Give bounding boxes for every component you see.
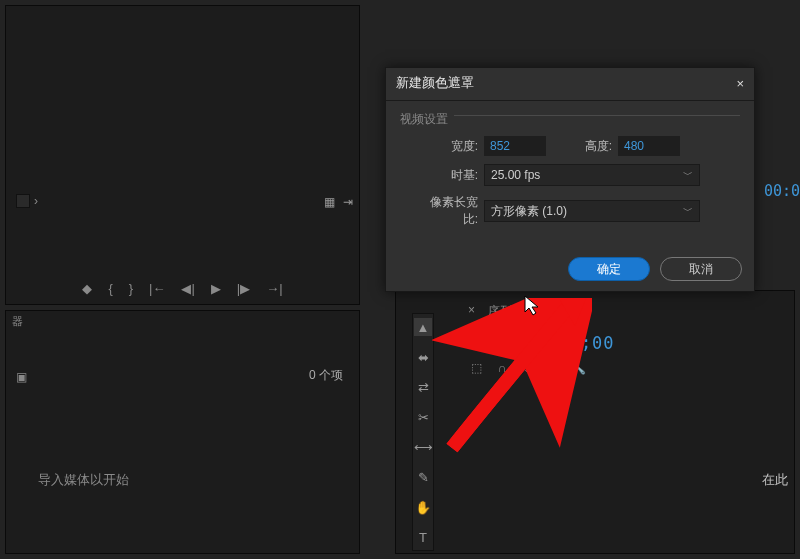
bin-icon[interactable]: ▣ <box>16 370 27 384</box>
project-subheader: ▣ <box>6 367 359 387</box>
in-point-icon[interactable]: { <box>108 281 112 296</box>
chevron-right-icon: › <box>34 194 38 208</box>
dialog-buttons: 确定 取消 <box>568 257 742 281</box>
project-title: 器 <box>12 314 23 329</box>
pen-tool-icon[interactable]: ✎ <box>414 468 432 486</box>
timeline-timecode[interactable]: 00;00;00;00 <box>491 333 615 353</box>
dialog-titlebar: 新建颜色遮罩 × <box>386 68 754 101</box>
video-settings-label: 视频设置 <box>400 111 754 128</box>
sequence-title: 序列 <box>488 303 512 320</box>
step-icon[interactable]: ⇥ <box>343 195 353 209</box>
play-icon[interactable]: ▶ <box>211 281 221 296</box>
timeline-mini-controls: ⬚ ∩ ⟐ ◆ 🔧 <box>471 361 586 375</box>
grid-icon[interactable]: ▦ <box>324 195 335 209</box>
settings-icon[interactable]: 🔧 <box>571 361 586 375</box>
close-sequence-icon[interactable]: × <box>468 303 475 317</box>
marker2-icon[interactable]: ◆ <box>546 361 555 375</box>
width-input[interactable] <box>484 136 546 156</box>
hand-tool-icon[interactable]: ✋ <box>414 498 432 516</box>
par-value: 方形像素 (1.0) <box>491 203 567 220</box>
track-select-tool-icon[interactable]: ⬌ <box>414 348 432 366</box>
snap-icon[interactable]: ⬚ <box>471 361 482 375</box>
fieldset-divider <box>454 115 740 116</box>
height-input[interactable] <box>618 136 680 156</box>
selection-tool-icon[interactable]: ▲ <box>414 318 432 336</box>
tool-column: ▲ ⬌ ⇄ ✂ ⟷ ✎ ✋ T <box>412 313 434 551</box>
timebase-select[interactable]: 25.00 fps ﹀ <box>484 164 700 186</box>
source-monitor-panel: › ▦ ⇥ ◆ { } |← ◀| ▶ |▶ →| <box>5 5 360 305</box>
ripple-edit-tool-icon[interactable]: ⇄ <box>414 378 432 396</box>
ok-button[interactable]: 确定 <box>568 257 650 281</box>
razor-tool-icon[interactable]: ✂ <box>414 408 432 426</box>
chevron-down-icon: ﹀ <box>683 204 693 218</box>
width-field-label: 宽度: <box>416 138 478 155</box>
slip-tool-icon[interactable]: ⟷ <box>414 438 432 456</box>
cancel-button[interactable]: 取消 <box>660 257 742 281</box>
timeline-panel: ▲ ⬌ ⇄ ✂ ⟷ ✎ ✋ T × 序列 00;00;00;00 ⬚ ∩ ⟐ ◆… <box>395 290 795 554</box>
monitor-left-controls: › <box>16 194 38 208</box>
link-icon[interactable]: ⟐ <box>523 361 530 375</box>
step-back-icon[interactable]: ◀| <box>181 281 194 296</box>
monitor-right-controls: ▦ ⇥ <box>324 195 353 209</box>
timebase-label: 时基: <box>416 167 478 184</box>
project-item-count: 0 个项 <box>309 367 343 384</box>
marker-icon[interactable]: ◆ <box>82 281 92 296</box>
timeline-placeholder-text: 在此 <box>762 471 788 489</box>
out-point-icon[interactable]: } <box>129 281 133 296</box>
timebase-value: 25.00 fps <box>491 168 540 182</box>
chevron-down-icon: ﹀ <box>683 168 693 182</box>
magnet-icon[interactable]: ∩ <box>498 361 507 375</box>
par-select[interactable]: 方形像素 (1.0) ﹀ <box>484 200 700 222</box>
transport-bar: ◆ { } |← ◀| ▶ |▶ →| <box>6 281 359 296</box>
dropdown-toggle[interactable] <box>16 194 30 208</box>
program-timecode: 00:0 <box>764 182 800 200</box>
par-label: 像素长宽比: <box>416 194 478 228</box>
height-field-label: 高度: <box>570 138 612 155</box>
dialog-title: 新建颜色遮罩 <box>396 74 474 92</box>
type-tool-icon[interactable]: T <box>414 528 432 546</box>
project-panel: 器 ▣ 0 个项 导入媒体以开始 <box>5 310 360 554</box>
go-to-in-icon[interactable]: |← <box>149 281 165 296</box>
go-to-out-icon[interactable]: →| <box>266 281 282 296</box>
step-forward-icon[interactable]: |▶ <box>237 281 250 296</box>
import-hint[interactable]: 导入媒体以开始 <box>38 471 129 489</box>
close-icon[interactable]: × <box>736 76 744 91</box>
new-color-matte-dialog: 新建颜色遮罩 × 视频设置 宽度: 高度: 时基: 25.00 fps ﹀ 像素… <box>385 67 755 292</box>
